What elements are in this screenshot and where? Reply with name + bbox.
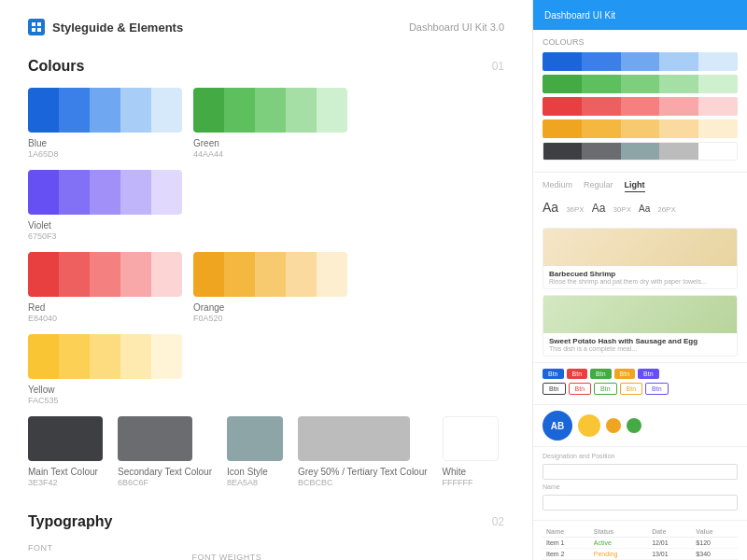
right-card-body: Barbecued Shrimp Rinse the shrimp and pa…: [543, 266, 737, 288]
page-subtitle: Dashboard UI Kit 3.0: [409, 21, 504, 33]
right-panel-title: Dashboard UI Kit: [544, 10, 615, 21]
color-swatches-row1: Blue 1A65D8 Green 44AA44: [28, 88, 504, 241]
right-green-3: [621, 75, 660, 93]
font-weights-section: FONT WEIGHTS Medium Regular Light: [191, 553, 477, 560]
violet-label: Violet: [28, 220, 182, 231]
right-red-1: [543, 97, 582, 116]
field-designation[interactable]: [543, 464, 738, 480]
right-avatars: AB: [533, 404, 747, 446]
right-red-5: [698, 97, 738, 116]
right-red-2: [582, 97, 621, 116]
right-btn-red[interactable]: Btn: [567, 369, 588, 379]
typography-section-header: Typography 02: [28, 513, 504, 530]
right-orange-bar: [543, 119, 738, 138]
right-btn-outline-green[interactable]: Btn: [594, 383, 617, 395]
green-hex: 44AA44: [193, 149, 347, 159]
right-table: Name Status Date Value Item 1 Active 12/…: [543, 526, 738, 560]
grey-50-hex: BCBCBC: [298, 478, 428, 487]
right-orange-5: [698, 119, 738, 138]
svg-rect-3: [37, 28, 41, 32]
right-card-img: [543, 229, 737, 266]
violet-swatch-5: [151, 170, 182, 215]
right-buttons-section: Btn Btn Btn Btn Btn Btn Btn Btn Btn Btn: [533, 362, 747, 404]
white-color: [443, 416, 499, 461]
typography-title: Typography: [28, 513, 112, 530]
right-card-body2: Sweet Potato Hash with Sausage and Egg T…: [543, 333, 737, 356]
avatar-ab: AB: [543, 411, 572, 441]
red-label: Red: [28, 302, 182, 313]
orange-swatch-5: [317, 252, 347, 297]
right-btn-green[interactable]: Btn: [590, 369, 612, 379]
right-orange-1: [543, 119, 582, 138]
main-text-color: [28, 416, 103, 461]
right-dark-5: [698, 143, 737, 160]
blue-swatch-5: [151, 88, 182, 133]
right-card-text2: This dish is a complete meal...: [549, 345, 731, 352]
blue-swatch-2: [59, 88, 90, 133]
yellow-swatch-3: [90, 334, 120, 379]
icon-style-label: Icon Style: [227, 467, 283, 477]
white-hex: FFFFFF: [443, 478, 499, 487]
blue-swatch-1: [28, 88, 59, 133]
tab-medium[interactable]: Medium: [543, 180, 572, 192]
right-btn-outline-violet[interactable]: Btn: [645, 383, 669, 395]
right-btn-violet[interactable]: Btn: [638, 369, 659, 379]
blue-swatch-4: [120, 88, 151, 133]
green-swatch-group: Green 44AA44: [193, 88, 347, 159]
svg-rect-1: [37, 22, 41, 26]
right-btn-outline-orange[interactable]: Btn: [620, 383, 643, 395]
field-label-1: Designation and Position: [543, 453, 738, 459]
white-swatch: White FFFFFF: [443, 416, 499, 487]
field-name[interactable]: [543, 495, 738, 511]
col-status: Status: [590, 526, 648, 538]
right-colors: Colours: [533, 30, 747, 172]
tab-regular[interactable]: Regular: [584, 180, 613, 192]
orange-hex: F0A520: [193, 314, 347, 323]
right-dark-bar: [543, 142, 738, 161]
red-swatch-5: [151, 252, 182, 297]
white-label: White: [443, 467, 499, 477]
yellow-swatch-1: [28, 334, 59, 379]
right-blue-2: [582, 52, 621, 71]
right-btn-orange[interactable]: Btn: [614, 369, 636, 379]
right-blue-4: [659, 52, 698, 71]
right-panel-header: Dashboard UI Kit: [533, 0, 747, 30]
right-aa-36-label: 36PX: [566, 205, 585, 214]
avatar-yellow: [578, 414, 600, 437]
right-blue-bar: [543, 52, 738, 71]
right-orange-4: [659, 119, 698, 138]
right-green-1: [543, 75, 582, 93]
secondary-text-label: Secondary Text Colour: [118, 467, 212, 477]
right-btn-blue[interactable]: Btn: [543, 369, 564, 379]
red-swatch-group: Red E84040: [28, 252, 182, 323]
violet-swatch-2: [59, 170, 90, 215]
colours-section: Colours 01 Blue 1A65D8: [28, 58, 504, 487]
main-panel: Styleguide & Elements Dashboard UI Kit 3…: [0, 0, 532, 560]
orange-swatch-1: [193, 252, 224, 297]
right-font-row: Aa 36PX Aa 30PX Aa 26PX: [543, 200, 738, 215]
orange-swatch-2: [224, 252, 255, 297]
yellow-swatch-row: [28, 334, 182, 379]
colours-section-header: Colours 01: [28, 58, 504, 75]
yellow-swatch-4: [120, 334, 151, 379]
red-swatch-3: [90, 252, 120, 297]
right-red-4: [659, 97, 698, 116]
yellow-swatch-group: Yellow FAC535: [28, 334, 182, 405]
dark-swatches-row: Main Text Colour 3E3F42 Secondary Text C…: [28, 416, 504, 487]
right-orange-2: [582, 119, 621, 138]
orange-swatch-4: [286, 252, 317, 297]
right-btn-outline-red[interactable]: Btn: [569, 383, 592, 395]
right-card-img2: [543, 296, 737, 333]
col-value: Value: [692, 526, 738, 538]
violet-hex: 6750F3: [28, 231, 182, 241]
right-card-title: Barbecued Shrimp: [549, 270, 731, 278]
blue-swatch-3: [90, 88, 120, 133]
yellow-label: Yellow: [28, 385, 182, 395]
tab-light[interactable]: Light: [625, 180, 645, 192]
red-swatch-2: [59, 252, 90, 297]
green-swatch-4: [286, 88, 317, 133]
right-green-5: [698, 75, 738, 93]
colours-number: 01: [492, 60, 504, 73]
right-card-text: Rinse the shrimp and pat them dry with p…: [549, 278, 731, 285]
right-btn-outline-dark[interactable]: Btn: [543, 383, 566, 395]
